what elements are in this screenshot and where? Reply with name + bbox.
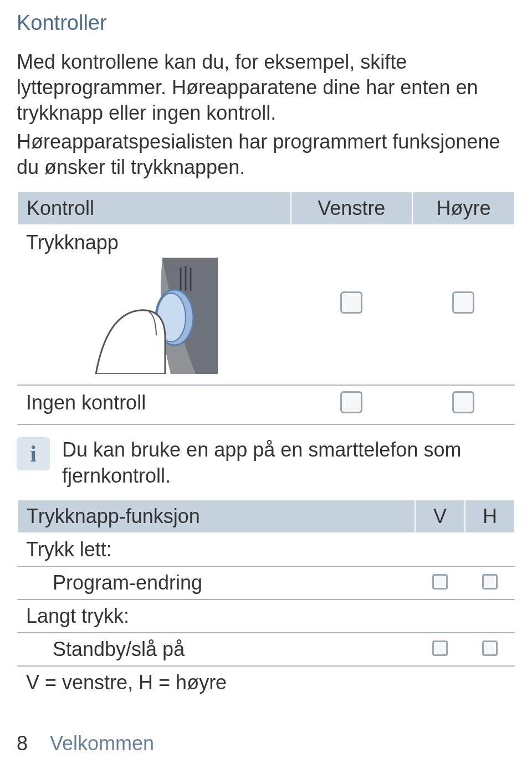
intro-text: Med kontrollene kan du, for eksempel, sk…: [17, 49, 515, 180]
function-table-header-v: V: [415, 500, 465, 533]
info-icon: i: [17, 437, 50, 470]
intro-paragraph-2: Høreapparatspesialisten har programmert …: [17, 129, 515, 180]
table-row: Standby/slå på: [17, 633, 515, 666]
control-table: Kontroll Venstre Høyre Trykknapp: [17, 191, 515, 425]
control-table-header-left: Venstre: [291, 192, 412, 225]
info-note-text: Du kan bruke en app på en smarttelefon s…: [62, 437, 515, 489]
function-table-header-h: H: [465, 500, 515, 533]
info-note: i Du kan bruke en app på en smarttelefon…: [17, 437, 515, 489]
legend-text: V = venstre, H = høyre: [17, 666, 415, 699]
control-table-header-right: Høyre: [412, 192, 515, 225]
ingen-kontroll-label: Ingen kontroll: [17, 385, 291, 424]
function-table-header-main: Trykknapp-funksjon: [17, 500, 415, 533]
page-number: 8: [17, 732, 28, 755]
page-footer: 8 Velkommen: [17, 732, 515, 755]
checkbox-trykknapp-right[interactable]: [452, 291, 474, 314]
checkbox-ingen-right[interactable]: [452, 391, 474, 413]
section-name: Velkommen: [50, 732, 154, 755]
checkbox-standby-v[interactable]: [432, 640, 448, 656]
table-row: Ingen kontroll: [17, 385, 515, 424]
checkbox-trykknapp-left[interactable]: [340, 291, 362, 314]
function-table-header-row: Trykknapp-funksjon V H: [17, 500, 515, 533]
control-table-header-main: Kontroll: [17, 192, 291, 225]
section-heading: Kontroller: [17, 11, 515, 35]
control-table-header-row: Kontroll Venstre Høyre: [17, 192, 515, 225]
pushbutton-icon: [90, 258, 218, 374]
trykk-lett-label: Trykk lett:: [17, 533, 415, 566]
intro-paragraph-1: Med kontrollene kan du, for eksempel, sk…: [17, 49, 515, 126]
table-row: V = venstre, H = høyre: [17, 666, 515, 699]
checkbox-standby-h[interactable]: [482, 640, 498, 656]
table-row: Langt trykk:: [17, 599, 515, 633]
table-row: Trykk lett:: [17, 533, 515, 566]
table-row: Program-endring: [17, 566, 515, 599]
program-endring-label: Program-endring: [26, 571, 202, 595]
standby-label: Standby/slå på: [26, 638, 185, 661]
trykknapp-label: Trykknapp: [26, 231, 282, 254]
checkbox-program-v[interactable]: [432, 574, 448, 590]
checkbox-program-h[interactable]: [482, 574, 498, 590]
table-row: Trykknapp: [17, 225, 515, 385]
trykknapp-illustration: [26, 258, 282, 379]
checkbox-ingen-left[interactable]: [340, 391, 362, 413]
langt-trykk-label: Langt trykk:: [17, 599, 415, 633]
function-table: Trykknapp-funksjon V H Trykk lett: Progr…: [17, 499, 515, 699]
